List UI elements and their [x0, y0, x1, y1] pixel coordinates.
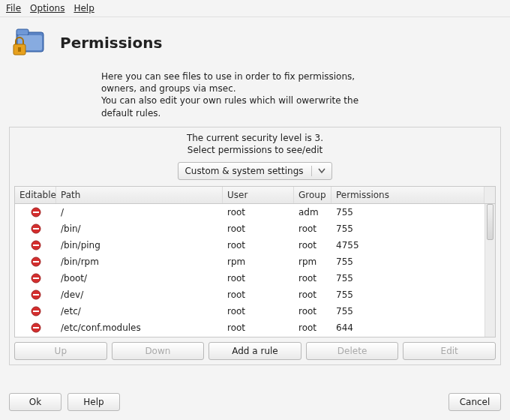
cell-user: root [223, 306, 294, 316]
no-entry-icon [15, 240, 56, 250]
table-row[interactable]: /etc/conf.modulesrootroot644 [15, 320, 495, 336]
intro-line: default rules. [101, 107, 480, 119]
down-button[interactable]: Down [112, 342, 205, 360]
permissions-table: Editable Path User Group Permissions /ro… [14, 186, 496, 338]
no-entry-icon [15, 306, 56, 316]
cell-user: root [223, 240, 294, 250]
cell-group: root [294, 322, 332, 333]
cell-path: /bin/ping [56, 240, 223, 250]
permissions-folder-icon [12, 25, 48, 60]
cell-permissions: 755 [332, 224, 495, 234]
table-row[interactable]: /bin/pingrootroot4755 [15, 237, 495, 254]
svg-rect-1 [16, 29, 28, 35]
cell-group: root [294, 306, 332, 316]
table-body: /rootadm755 /bin/rootroot755 /bin/pingro… [15, 204, 495, 337]
header: Permissions [0, 17, 510, 63]
dialog-footer: Ok Help Cancel [0, 384, 510, 420]
cancel-button[interactable]: Cancel [448, 393, 501, 411]
add-rule-button[interactable]: Add a rule [208, 342, 302, 360]
table-header: Editable Path User Group Permissions [15, 187, 495, 204]
svg-rect-12 [33, 261, 39, 262]
menu-help[interactable]: Help [74, 3, 94, 14]
cell-group: root [294, 240, 332, 250]
scrollbar-thumb[interactable] [487, 204, 494, 240]
permissions-panel: The current security level is 3. Select … [9, 127, 501, 365]
cell-group: root [294, 273, 332, 284]
cell-path: /etc/ [56, 306, 223, 316]
svg-rect-14 [33, 278, 39, 279]
cell-group: rpm [294, 256, 332, 267]
col-group-header[interactable]: Group [294, 187, 332, 203]
cell-user: root [223, 224, 294, 234]
col-editable-header[interactable]: Editable [15, 187, 56, 203]
cell-permissions: 755 [332, 273, 495, 284]
cell-permissions: 4755 [332, 240, 495, 250]
delete-button[interactable]: Delete [306, 342, 399, 360]
table-row[interactable]: /bin/rpmrpmrpm755 [15, 254, 495, 270]
svg-rect-20 [33, 327, 39, 328]
table-actions: Up Down Add a rule Delete Edit [14, 342, 496, 360]
cell-user: root [223, 207, 294, 218]
intro-line: Here you can see files to use in order t… [101, 70, 480, 82]
up-button[interactable]: Up [14, 342, 107, 360]
help-button[interactable]: Help [68, 393, 120, 411]
dropdown-label: Custom & system settings [184, 166, 303, 176]
table-row[interactable]: /boot/rootroot755 [15, 270, 495, 286]
no-entry-icon [15, 290, 56, 300]
cell-path: / [56, 207, 223, 218]
permissions-scope-dropdown[interactable]: Custom & system settings [178, 162, 332, 180]
cell-group: root [294, 290, 332, 300]
svg-rect-8 [33, 228, 39, 230]
svg-rect-6 [33, 212, 39, 213]
ok-button[interactable]: Ok [9, 393, 62, 411]
menubar: File Options Help [0, 0, 510, 16]
cell-path: /dev/ [56, 290, 223, 300]
svg-rect-4 [18, 47, 21, 52]
security-level-text: The current security level is 3. [10, 132, 500, 144]
cell-user: root [223, 322, 294, 333]
panel-info: The current security level is 3. Select … [10, 128, 500, 159]
table-row[interactable]: /rootadm755 [15, 204, 495, 220]
no-entry-icon [15, 207, 56, 218]
cell-path: /boot/ [56, 273, 223, 284]
table-row[interactable]: /bin/rootroot755 [15, 220, 495, 237]
edit-button[interactable]: Edit [403, 342, 496, 360]
svg-rect-16 [33, 294, 39, 296]
intro-line: owners, and groups via msec. [101, 82, 480, 94]
cell-permissions: 755 [332, 306, 495, 316]
select-instruction-text: Select permissions to see/edit [10, 144, 500, 156]
cell-permissions: 644 [332, 322, 495, 333]
no-entry-icon [15, 224, 56, 234]
no-entry-icon [15, 256, 56, 267]
cell-user: root [223, 273, 294, 284]
cell-group: adm [294, 207, 332, 218]
menu-file[interactable]: File [6, 3, 21, 14]
table-row[interactable]: /etc/rootroot755 [15, 303, 495, 320]
cell-path: /bin/ [56, 224, 223, 234]
cell-user: rpm [223, 256, 294, 267]
cell-permissions: 755 [332, 290, 495, 300]
menu-options[interactable]: Options [30, 3, 64, 14]
svg-rect-10 [33, 244, 39, 246]
page-title: Permissions [60, 34, 162, 52]
cell-group: root [294, 224, 332, 234]
cell-path: /etc/conf.modules [56, 322, 223, 333]
scroll-gutter [484, 187, 495, 203]
cell-permissions: 755 [332, 207, 495, 218]
spacer [126, 393, 442, 411]
cell-path: /bin/rpm [56, 256, 223, 267]
col-user-header[interactable]: User [223, 187, 294, 203]
scrollbar-vertical[interactable] [484, 204, 495, 337]
intro-line: You can also edit your own rules which w… [101, 94, 480, 106]
no-entry-icon [15, 322, 56, 333]
col-permissions-header[interactable]: Permissions [332, 187, 484, 203]
col-path-header[interactable]: Path [56, 187, 223, 203]
intro-text: Here you can see files to use in order t… [0, 63, 510, 124]
table-row[interactable]: /dev/rootroot755 [15, 286, 495, 303]
no-entry-icon [15, 273, 56, 284]
chevron-down-icon [311, 166, 326, 176]
cell-permissions: 755 [332, 256, 495, 267]
cell-user: root [223, 290, 294, 300]
svg-rect-18 [33, 310, 39, 312]
